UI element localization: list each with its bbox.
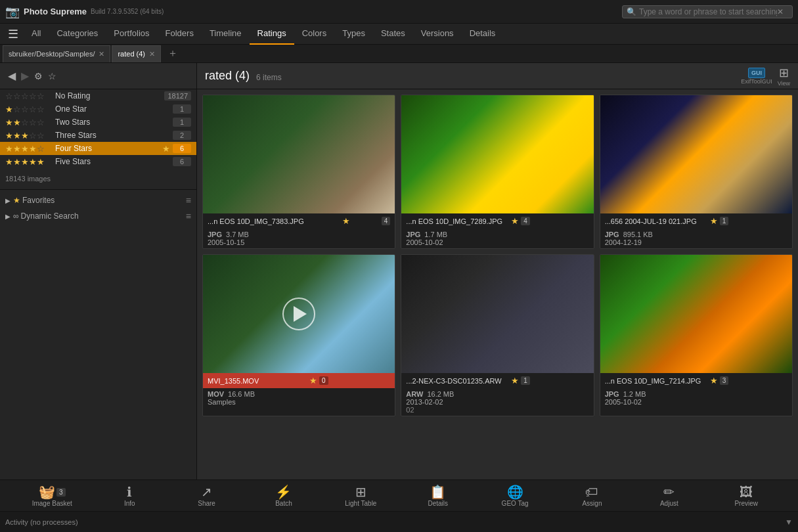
rating-three-stars[interactable]: ★★★☆☆ Three Stars 2 (0, 129, 196, 142)
dynamic-search-item[interactable]: ▶ ∞ Dynamic Search ≡ (0, 208, 196, 224)
tab-rated[interactable]: rated (4) ✕ (112, 45, 161, 62)
photo-thumb-3 (600, 95, 792, 213)
status-bar: Activity (no processes) ▼ (0, 511, 798, 532)
search-input[interactable] (639, 7, 777, 16)
add-tab-button[interactable]: ＋ (162, 45, 183, 62)
view-button[interactable]: ⊞ View (778, 66, 790, 87)
tab-details[interactable]: Details (462, 24, 504, 45)
rating-no-rating[interactable]: ☆☆☆☆☆ No Rating 18127 (0, 89, 196, 102)
num-badge-1: 4 (382, 217, 391, 225)
tab-folders[interactable]: Folders (158, 24, 202, 45)
star-badge-1: ★ (342, 216, 350, 226)
tab-categories[interactable]: Categories (49, 24, 106, 45)
photo-card-3[interactable]: ...656 2004-JUL-19 021.JPG ★ 1 JPG 895.1… (600, 95, 793, 249)
tab-types[interactable]: Types (334, 24, 373, 45)
adjust-label: Adjust (660, 500, 678, 507)
preview-icon: 🖼 (740, 485, 753, 500)
photo-card-2[interactable]: ...n EOS 10D_IMG_7289.JPG ★ 4 JPG 1.7 MB… (401, 95, 594, 249)
info-button[interactable]: ℹ Info (110, 484, 149, 507)
exiftool-button[interactable]: GUI ExifToolGUI (741, 68, 772, 85)
tab-portfolios[interactable]: Portfolios (106, 24, 157, 45)
rating-two-stars[interactable]: ★★☆☆☆ Two Stars 1 (0, 116, 196, 129)
arrow2-icon: ▶ (5, 213, 11, 220)
preview-label: Preview (734, 500, 758, 507)
share-label: Share (198, 500, 215, 507)
star-badge-4: ★ (309, 376, 317, 386)
back-button[interactable]: ◀ (5, 68, 18, 83)
light-table-button[interactable]: ⊞ Light Table (341, 484, 380, 507)
sidebar: ◀ ▶ ⚙ ☆ ☆☆☆☆☆ No Rating 18127 ★☆☆☆☆ One … (0, 63, 197, 532)
filetype-6: JPG (605, 390, 619, 398)
filetype-4: MOV (208, 390, 224, 398)
filesize-2: 1.7 MB (424, 231, 447, 238)
content-subtitle: 6 items (256, 73, 282, 82)
stars-five: ★★★★★ (5, 157, 51, 167)
light-table-icon: ⊞ (355, 484, 366, 500)
details-icon: 📋 (430, 484, 446, 500)
tab-all[interactable]: All (24, 24, 49, 45)
num-badge-4: 0 (319, 376, 328, 385)
app-title: Photo Supreme (24, 7, 87, 16)
forward-button[interactable]: ▶ (18, 68, 32, 83)
close-tab-samples[interactable]: ✕ (99, 50, 104, 58)
photo-card-1[interactable]: ...n EOS 10D_IMG_7383.JPG ★ 4 JPG 3.7 MB… (202, 95, 395, 249)
assign-button[interactable]: 🏷 Assign (572, 485, 611, 507)
num-badge-5: 1 (521, 376, 530, 385)
batch-label: Batch (275, 500, 292, 507)
tab-samples[interactable]: sbruiker/Desktop/Samples/ ✕ (3, 45, 110, 62)
favorites-item[interactable]: ▶ ★ Favorites ≡ (0, 192, 196, 208)
num-badge-3: 1 (720, 217, 729, 225)
close-tab-rated[interactable]: ✕ (149, 50, 155, 58)
batch-button[interactable]: ⚡ Batch (264, 484, 303, 507)
date-5: 2013-02-02 (406, 398, 588, 406)
filename-bar-3: ...656 2004-JUL-19 021.JPG ★ 1 (600, 213, 792, 229)
filter-icon[interactable]: ⚙ (32, 70, 45, 83)
clear-search-icon[interactable]: ✕ (777, 7, 784, 16)
preview-button[interactable]: 🖼 Preview (726, 485, 766, 507)
stars-four: ★★★★☆ (5, 144, 51, 154)
star-fav-icon: ★ (13, 196, 20, 205)
date-2: 2005-10-02 (406, 238, 588, 246)
favorite-icon[interactable]: ☆ (45, 70, 59, 83)
details-button[interactable]: 📋 Details (418, 484, 458, 507)
tab-colors[interactable]: Colors (294, 24, 335, 45)
rating-five-stars[interactable]: ★★★★★ Five Stars 6 (0, 155, 196, 168)
expand-button[interactable]: ▼ (785, 518, 793, 527)
photo-thumb-1 (203, 95, 395, 213)
menu-icon[interactable]: ☰ (3, 24, 24, 44)
total-images: 18143 images (0, 168, 196, 189)
rating-one-star[interactable]: ★☆☆☆☆ One Star 1 (0, 102, 196, 116)
date-1: 2005-10-15 (208, 238, 390, 246)
share-button[interactable]: ↗ Share (187, 484, 227, 507)
assign-label: Assign (582, 500, 602, 507)
search-icon: 🔍 (627, 7, 636, 16)
dynamic-menu-icon[interactable]: ≡ (186, 211, 191, 221)
tab-states[interactable]: States (373, 24, 413, 45)
photo-meta-6: JPG 1.2 MB 2005-10-02 (600, 388, 792, 408)
tab-versions[interactable]: Versions (413, 24, 462, 45)
favorites-menu-icon[interactable]: ≡ (186, 195, 191, 206)
filesize-3: 895.1 KB (623, 231, 653, 238)
geo-tag-button[interactable]: 🌐 GEO Tag (495, 484, 535, 507)
play-button-overlay (282, 298, 315, 330)
tab-timeline[interactable]: Timeline (202, 24, 250, 45)
filename-bar-5: ...2-NEX-C3-DSC01235.ARW ★ 1 (401, 373, 593, 388)
photo-card-5[interactable]: ...2-NEX-C3-DSC01235.ARW ★ 1 ARW 16.2 MB… (401, 254, 594, 416)
extra-4: Samples (208, 398, 390, 406)
adjust-icon: ✏ (663, 484, 675, 500)
rating-four-stars[interactable]: ★★★★☆ Four Stars ★ 6 (0, 142, 196, 155)
topbar: 📷 Photo Supreme Build 7.3.9.5352 (64 bit… (0, 0, 798, 24)
image-basket-button[interactable]: 🧺 3 Image Basket (32, 484, 72, 507)
adjust-button[interactable]: ✏ Adjust (650, 484, 689, 507)
num-badge-6: 3 (720, 376, 729, 385)
photo-thumb-4 (203, 255, 395, 373)
filename-bar-6: ...n EOS 10D_IMG_7214.JPG ★ 3 (600, 373, 792, 388)
assign-icon: 🏷 (585, 485, 598, 500)
exiftool-icon: GUI (748, 68, 765, 78)
photo-card-4[interactable]: MVI_1355.MOV ★ 0 MOV 16.6 MB Samples (202, 254, 395, 416)
info-label: Info (124, 500, 135, 507)
photo-meta-4: MOV 16.6 MB Samples (203, 388, 395, 408)
tab-ratings[interactable]: Ratings (250, 24, 294, 45)
view-icon: ⊞ (779, 66, 789, 80)
photo-card-6[interactable]: ...n EOS 10D_IMG_7214.JPG ★ 3 JPG 1.2 MB… (600, 254, 793, 416)
